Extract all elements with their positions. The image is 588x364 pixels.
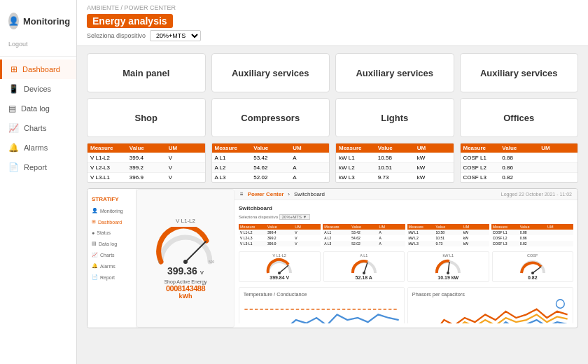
svg-point-5 xyxy=(278,272,281,274)
mini-gauge-svg-1 xyxy=(265,258,293,275)
sidebar-item-dashboard[interactable]: ⊞ Dashboard xyxy=(0,59,76,79)
mini-gauge-svg-2 xyxy=(350,258,378,275)
data-table-0: MeasureValueUMV L1-L2399.4VV L2-L3399.2V… xyxy=(87,143,206,183)
preview-table-1: MeasureValueUMA L153.42AA L254.62AA L352… xyxy=(323,224,405,246)
svg-point-1 xyxy=(183,260,188,264)
sidebar-item-datalog[interactable]: ▤ Data log xyxy=(0,99,76,118)
main-content: AMBIENTE / POWER CENTER Energy analysis … xyxy=(77,0,588,364)
table-row-1-2: A L352.02A xyxy=(212,172,330,182)
preview-table-3: MeasureValueUMCOSF L10.88COSF L20.86COSF… xyxy=(491,224,573,246)
preview-section-title: Switchboard xyxy=(239,204,573,212)
gauge-title: V L1-L2 xyxy=(176,218,195,224)
preview-nav-charts: 📈Charts xyxy=(88,249,136,260)
charts-icon: 📈 xyxy=(8,123,19,133)
mini-gauge-val-3: 10.19 kW xyxy=(438,275,458,280)
gauge-energy-value: 0008143488 xyxy=(166,284,205,293)
page-title: Energy analysis xyxy=(87,14,173,28)
chart-svg-2: Phasors per capacitors xyxy=(408,288,573,323)
preview-nav-dashboard: ⊞Dashboard xyxy=(88,216,136,227)
preview-nav-alarms: 🔔Alarms xyxy=(88,260,136,272)
preview-tables: MeasureValueUMV L1-L2399.4VV L2-L3399.2V… xyxy=(239,224,573,246)
mini-gauge-4: COSF 0.82 xyxy=(492,251,574,282)
data-table-2: MeasureValueUMkW L110.58kWkW L210.51kWkW… xyxy=(335,143,454,183)
sub-cards-grid: Shop Compressors Lights Offices xyxy=(87,98,578,137)
data-table-3: MeasureValueUMCOSF L10.88COSF L20.86COSF… xyxy=(460,143,579,183)
breadcrumb: AMBIENTE / POWER CENTER xyxy=(87,4,578,11)
svg-point-11 xyxy=(531,272,534,274)
card-title-lights: Lights xyxy=(381,113,408,123)
preview-nav-monitoring: 👤Monitoring xyxy=(88,205,136,216)
card-aux-2[interactable]: Auxiliary services xyxy=(335,53,454,92)
data-table-header-1: MeasureValueUM xyxy=(212,144,330,153)
svg-line-10 xyxy=(533,267,541,273)
table-row-2-0: kW L110.58kW xyxy=(336,153,454,162)
sidebar-item-alarms[interactable]: 🔔 Alarms xyxy=(0,138,76,158)
table-row-1-0: A L153.42A xyxy=(212,153,330,162)
svg-line-4 xyxy=(279,265,288,273)
card-title-aux2: Auxiliary services xyxy=(356,68,433,78)
card-title-main: Main panel xyxy=(122,68,169,78)
preview-chart-2: Phasors per capacitors xyxy=(407,287,573,323)
card-title-compressors: Compressors xyxy=(241,113,300,123)
sidebar-item-charts[interactable]: 📈 Charts xyxy=(0,118,76,138)
svg-text:Temperature / Conductance: Temperature / Conductance xyxy=(244,291,307,298)
data-table-header-2: MeasureValueUM xyxy=(336,144,454,153)
sidebar-label-alarms: Alarms xyxy=(24,144,48,152)
data-table-header-3: MeasureValueUM xyxy=(461,144,578,153)
card-main-panel[interactable]: Main panel xyxy=(87,53,206,92)
report-icon: 📄 xyxy=(8,162,19,172)
card-compressors[interactable]: Compressors xyxy=(211,98,330,137)
sidebar-item-report[interactable]: 📄 Report xyxy=(0,158,76,177)
sidebar-label-charts: Charts xyxy=(24,124,46,132)
data-table-1: MeasureValueUMA L153.42AA L254.62AA L352… xyxy=(211,143,330,183)
gauge-energy-unit: kWh xyxy=(179,293,192,300)
mini-gauge-svg-4 xyxy=(519,258,547,275)
sidebar: 👤 Monitoring Logout ⊞ Dashboard 📱 Device… xyxy=(0,0,77,364)
data-tables-grid: MeasureValueUMV L1-L2399.4VV L2-L3399.2V… xyxy=(87,143,578,183)
card-shop[interactable]: Shop xyxy=(87,98,206,137)
preview-nav-status: ●Status xyxy=(88,227,136,238)
sidebar-divider xyxy=(0,56,76,57)
device-selector: Seleziona dispositivo 20%+MTS xyxy=(87,30,578,41)
preview-logo: STRATIFY xyxy=(88,193,136,205)
preview-gauges: V L1-L2 399.84 V A L1 xyxy=(239,251,573,282)
preview-nav-report: 📄Report xyxy=(88,272,136,283)
mini-gauge-val-1: 399.84 V xyxy=(270,275,289,280)
mini-gauge-1: V L1-L2 399.84 V xyxy=(239,251,321,282)
card-aux-3[interactable]: Auxiliary services xyxy=(460,53,579,92)
gauge-value: 399.36 V xyxy=(167,265,204,276)
content-area: Main panel Auxiliary services Auxiliary … xyxy=(77,46,588,364)
devices-icon: 📱 xyxy=(8,84,19,94)
sidebar-label-dashboard: Dashboard xyxy=(22,65,60,74)
dashboard-icon: ⊞ xyxy=(10,64,18,74)
card-aux-1[interactable]: Auxiliary services xyxy=(211,53,330,92)
svg-line-0 xyxy=(186,241,206,262)
table-row-0-1: V L2-L3399.2V xyxy=(88,162,205,172)
card-title-shop: Shop xyxy=(135,113,158,123)
table-row-2-2: kW L39.73kW xyxy=(336,172,454,182)
cards-grid: Main panel Auxiliary services Auxiliary … xyxy=(87,53,578,92)
card-lights[interactable]: Lights xyxy=(335,98,454,137)
preview-topbar: ≡ Power Center › Switchboard Logged 22 O… xyxy=(234,189,578,200)
mini-gauge-2: A L1 52.18 A xyxy=(323,251,405,282)
mini-gauge-val-4: 0.82 xyxy=(528,275,538,280)
table-row-2-1: kW L210.51kW xyxy=(336,162,454,172)
sidebar-item-devices[interactable]: 📱 Devices xyxy=(0,79,76,99)
preview-dashboard-area: Switchboard Seleziona dispositivo 20%+MT… xyxy=(239,204,573,323)
preview-device-selector: Seleziona dispositivo 20%+MTS ▼ xyxy=(239,215,573,219)
alarms-icon: 🔔 xyxy=(8,143,19,153)
device-label: Seleziona dispositivo xyxy=(87,32,146,39)
svg-point-7 xyxy=(363,272,365,274)
preview-table-0: MeasureValueUMV L1-L2399.4VV L2-L3399.2V… xyxy=(239,224,321,246)
gauge-section: V L1-L2 0 500 399.36 V Shop xyxy=(136,189,234,328)
datalog-icon: ▤ xyxy=(8,104,16,113)
card-offices[interactable]: Offices xyxy=(460,98,579,137)
sidebar-label-datalog: Data log xyxy=(21,104,50,113)
sidebar-title: Monitoring xyxy=(23,16,70,27)
preview-table-2: MeasureValueUMkW L110.58kWkW L210.51kWkW… xyxy=(407,224,489,246)
svg-line-8 xyxy=(448,262,449,273)
svg-point-9 xyxy=(447,272,449,274)
dashboard-preview: STRATIFY 👤Monitoring ⊞Dashboard ●Status … xyxy=(87,188,578,328)
device-select[interactable]: 20%+MTS xyxy=(150,30,201,41)
user-icon: 👤 xyxy=(8,13,19,29)
